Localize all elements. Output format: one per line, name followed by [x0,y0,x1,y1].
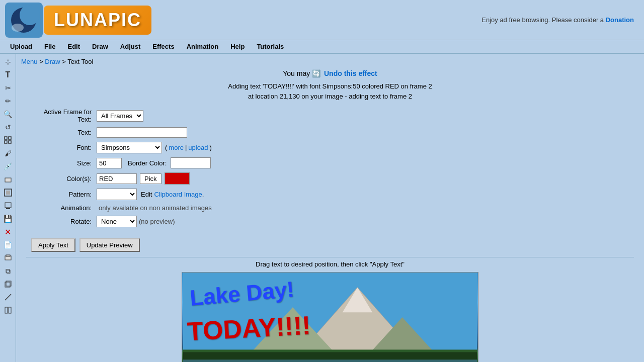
line-tool[interactable] [2,291,14,303]
brush-tool[interactable]: 🖌 [2,147,14,159]
grid-tool[interactable] [2,134,14,146]
text-label: Text: [31,129,97,136]
breadcrumb: Menu > Draw > Text Tool [21,58,639,65]
size-label: Size: [31,159,97,167]
clipboard-link[interactable]: Clipboard Image [154,191,202,198]
svg-point-1 [20,5,40,25]
font-label: Font: [31,144,97,151]
delete-tool[interactable]: ✕ [2,226,14,238]
size-row: Size: Border Color: [31,157,629,168]
pick-button[interactable]: Pick [140,173,162,184]
color-label: Color(s): [31,175,97,183]
image-preview[interactable]: Lake Day! TODAY!!!! [182,272,478,362]
rotate-row: Rotate: None 90° 180° 270° (no preview) [31,216,629,227]
undo-icon: 🔄 [312,69,320,77]
rotate-label: Rotate: [31,218,97,225]
font-upload-link[interactable]: upload [188,144,208,151]
text-input[interactable] [97,127,187,138]
svg-rect-7 [5,178,11,182]
donation-text: Enjoy ad free browsing. Please consider … [481,16,605,24]
layers-tool[interactable] [2,252,14,264]
divider [26,257,634,257]
nav-edit[interactable]: Edit [62,41,85,52]
animation-row: Animation: only available on non animate… [31,204,629,212]
clipboard-period: . [202,191,204,198]
svg-rect-5 [5,141,7,143]
active-frame-row: Active Frame for Text: All Frames Frame … [31,108,629,123]
nav-effects[interactable]: Effects [147,41,179,52]
scissors-tool[interactable]: ✂ [2,82,14,94]
rotate-preview: (no preview) [139,218,175,225]
update-preview-button[interactable]: Update Preview [79,238,140,252]
font-paren-close: ) [209,144,211,151]
today-text: TODAY!!!! [187,312,311,345]
svg-rect-11 [6,208,10,209]
nav-bar: Upload File Edit Draw Adjust Effects Ani… [0,40,644,54]
main-content: Menu > Draw > Text Tool You may 🔄 Undo t… [16,54,644,362]
logo-container: LUNAPIC [5,3,151,38]
animation-label: Animation: [31,204,97,212]
frame-tool[interactable] [2,187,14,199]
logo-text: LUNAPIC [54,10,141,31]
copy2-tool[interactable] [2,278,14,290]
donation-bar: Enjoy ad free browsing. Please consider … [481,16,639,24]
rotate-tool[interactable]: ↺ [2,121,14,133]
pattern-select[interactable] [97,189,137,200]
breadcrumb-menu[interactable]: Menu [21,58,38,65]
svg-rect-4 [9,137,11,139]
rotate-select[interactable]: None 90° 180° 270° [97,216,137,227]
font-paren-open: ( [165,144,167,151]
logo-text-box: LUNAPIC [44,6,151,35]
logo-moon [5,3,43,38]
size-input[interactable] [97,158,122,168]
svg-point-2 [12,24,24,32]
drag-hint: Drag text to desired position, then clic… [21,260,639,268]
form-area: Active Frame for Text: All Frames Frame … [21,106,639,233]
svg-rect-18 [9,307,11,313]
undo-section: You may 🔄 Undo this effect [21,69,639,77]
svg-rect-17 [5,307,8,313]
border-color-box[interactable] [171,157,211,168]
font-more-link[interactable]: more [169,144,184,151]
action-buttons: Apply Text Update Preview [31,238,629,252]
color-input[interactable] [97,173,137,184]
extra-tool[interactable] [2,304,14,316]
pattern-edit-label: Edit [141,191,152,198]
pencil-tool[interactable]: ✏ [2,95,14,107]
nav-animation[interactable]: Animation [182,41,224,52]
eyedropper-tool[interactable]: 💉 [2,160,14,172]
select-tool[interactable]: ⊹ [2,56,14,68]
copy-tool[interactable]: ⧉ [2,265,14,277]
eraser-tool[interactable] [2,173,14,186]
svg-rect-10 [5,203,11,208]
magnify-tool[interactable]: 🔍 [2,108,14,120]
left-toolbar: ⊹ T ✂ ✏ 🔍 ↺ 🖌 💉 💾 ✕ 📄 [0,54,16,362]
nav-draw[interactable]: Draw [87,41,113,52]
active-frame-label: Active Frame for Text: [31,108,97,123]
nav-upload[interactable]: Upload [5,41,37,52]
animation-value: only available on non animated images [99,204,212,212]
color-row: Color(s): Pick [31,172,629,185]
breadcrumb-draw[interactable]: Draw [45,58,60,65]
svg-rect-3 [5,137,7,139]
color-preview [165,172,190,185]
pattern-row: Pattern: Edit Clipboard Image . [31,189,629,200]
svg-rect-13 [6,255,10,256]
save-tool[interactable]: 💾 [2,213,14,225]
svg-line-16 [5,294,11,300]
text-tool[interactable]: T [2,69,14,81]
info-line2: at location 21,130 on your image - addin… [21,92,639,102]
info-line1: Adding text 'TODAY!!!!' with font Simpso… [21,81,639,92]
nav-tutorials[interactable]: Tutorials [252,41,289,52]
donation-link[interactable]: Donation [606,16,634,24]
undo-link[interactable]: Undo this effect [324,69,377,77]
font-select[interactable]: Simpsons Arial Times New Roman [97,142,162,153]
active-frame-select[interactable]: All Frames Frame 1 Frame 2 [97,110,143,122]
nav-file[interactable]: File [39,41,60,52]
nav-help[interactable]: Help [225,41,250,52]
apply-text-button[interactable]: Apply Text [31,238,75,252]
svg-rect-6 [9,141,11,143]
file-tool[interactable]: 📄 [2,239,14,251]
nav-adjust[interactable]: Adjust [115,41,145,52]
stamp-tool[interactable] [2,200,14,212]
